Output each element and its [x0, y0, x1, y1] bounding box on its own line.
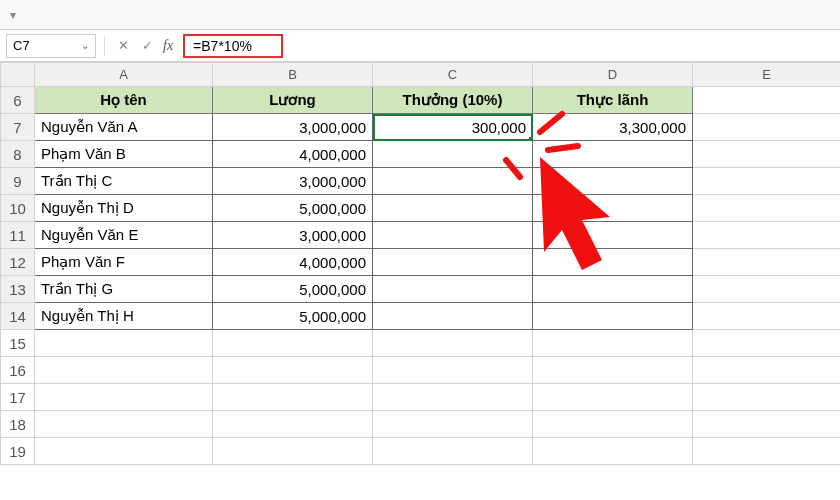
row-header-15[interactable]: 15 — [1, 330, 35, 357]
header-salary[interactable]: Lương — [213, 87, 373, 114]
header-net[interactable]: Thực lãnh — [533, 87, 693, 114]
cell-E8[interactable] — [693, 141, 841, 168]
cell-A18[interactable] — [35, 411, 213, 438]
cell-C15[interactable] — [373, 330, 533, 357]
formula-input[interactable]: =B7*10% — [183, 34, 283, 58]
cell-B11[interactable]: 3,000,000 — [213, 222, 373, 249]
cell-C9[interactable] — [373, 168, 533, 195]
cell-A14[interactable]: Nguyễn Thị H — [35, 303, 213, 330]
row-header-17[interactable]: 17 — [1, 384, 35, 411]
cell-A11[interactable]: Nguyễn Văn E — [35, 222, 213, 249]
cell-C17[interactable] — [373, 384, 533, 411]
cell-B7[interactable]: 3,000,000 — [213, 114, 373, 141]
row-header-18[interactable]: 18 — [1, 411, 35, 438]
cell-B16[interactable] — [213, 357, 373, 384]
cell-A7[interactable]: Nguyễn Văn A — [35, 114, 213, 141]
cell-D7[interactable]: 3,300,000 — [533, 114, 693, 141]
cell-C12[interactable] — [373, 249, 533, 276]
col-header-B[interactable]: B — [213, 63, 373, 87]
col-header-D[interactable]: D — [533, 63, 693, 87]
cell-A8[interactable]: Phạm Văn B — [35, 141, 213, 168]
row-header-14[interactable]: 14 — [1, 303, 35, 330]
cell-B14[interactable]: 5,000,000 — [213, 303, 373, 330]
cell-D12[interactable] — [533, 249, 693, 276]
cell-A9[interactable]: Trần Thị C — [35, 168, 213, 195]
ribbon-dropdown-icon[interactable]: ▾ — [10, 8, 16, 22]
row-header-7[interactable]: 7 — [1, 114, 35, 141]
row-header-9[interactable]: 9 — [1, 168, 35, 195]
cell-D13[interactable] — [533, 276, 693, 303]
cell-C16[interactable] — [373, 357, 533, 384]
cell-C18[interactable] — [373, 411, 533, 438]
cell-D16[interactable] — [533, 357, 693, 384]
cell-D10[interactable] — [533, 195, 693, 222]
row-header-12[interactable]: 12 — [1, 249, 35, 276]
col-header-C[interactable]: C — [373, 63, 533, 87]
row-header-6[interactable]: 6 — [1, 87, 35, 114]
row-header-10[interactable]: 10 — [1, 195, 35, 222]
col-header-A[interactable]: A — [35, 63, 213, 87]
header-bonus[interactable]: Thưởng (10%) — [373, 87, 533, 114]
cell-C10[interactable] — [373, 195, 533, 222]
cell-D9[interactable] — [533, 168, 693, 195]
cell-B18[interactable] — [213, 411, 373, 438]
row-header-16[interactable]: 16 — [1, 357, 35, 384]
cell-D15[interactable] — [533, 330, 693, 357]
cell-B13[interactable]: 5,000,000 — [213, 276, 373, 303]
cell-C11[interactable] — [373, 222, 533, 249]
cell-B15[interactable] — [213, 330, 373, 357]
cell-D14[interactable] — [533, 303, 693, 330]
spreadsheet-grid[interactable]: A B C D E 6 Họ tên Lương Thưởng (10%) Th… — [0, 62, 840, 465]
cell-A16[interactable] — [35, 357, 213, 384]
cell-C19[interactable] — [373, 438, 533, 465]
cell-D17[interactable] — [533, 384, 693, 411]
cell-B8[interactable]: 4,000,000 — [213, 141, 373, 168]
cell-E10[interactable] — [693, 195, 841, 222]
cell-A19[interactable] — [35, 438, 213, 465]
cell-A17[interactable] — [35, 384, 213, 411]
fill-handle[interactable] — [529, 137, 533, 141]
cell-B10[interactable]: 5,000,000 — [213, 195, 373, 222]
cell-A10[interactable]: Nguyễn Thị D — [35, 195, 213, 222]
cell-A12[interactable]: Phạm Văn F — [35, 249, 213, 276]
chevron-down-icon[interactable]: ⌄ — [81, 40, 89, 51]
name-box[interactable]: C7 ⌄ — [6, 34, 96, 58]
cell-C14[interactable] — [373, 303, 533, 330]
row-header-11[interactable]: 11 — [1, 222, 35, 249]
row-header-13[interactable]: 13 — [1, 276, 35, 303]
cell-E6[interactable] — [693, 87, 841, 114]
cell-B19[interactable] — [213, 438, 373, 465]
cell-C7[interactable]: 300,000 — [373, 114, 533, 141]
cell-D11[interactable] — [533, 222, 693, 249]
cell-C13[interactable] — [373, 276, 533, 303]
cell-E15[interactable] — [693, 330, 841, 357]
cell-E19[interactable] — [693, 438, 841, 465]
cell-D18[interactable] — [533, 411, 693, 438]
row-7: 7 Nguyễn Văn A 3,000,000 300,000 3,300,0… — [1, 114, 841, 141]
cell-E14[interactable] — [693, 303, 841, 330]
row-header-8[interactable]: 8 — [1, 141, 35, 168]
cancel-formula-button[interactable]: ✕ — [113, 36, 133, 56]
cell-D19[interactable] — [533, 438, 693, 465]
cell-E11[interactable] — [693, 222, 841, 249]
cell-A15[interactable] — [35, 330, 213, 357]
cell-B17[interactable] — [213, 384, 373, 411]
cell-E9[interactable] — [693, 168, 841, 195]
cell-E12[interactable] — [693, 249, 841, 276]
cell-E7[interactable] — [693, 114, 841, 141]
cell-E16[interactable] — [693, 357, 841, 384]
select-all-corner[interactable] — [1, 63, 35, 87]
cell-E13[interactable] — [693, 276, 841, 303]
cell-E18[interactable] — [693, 411, 841, 438]
cell-E17[interactable] — [693, 384, 841, 411]
cell-C8[interactable] — [373, 141, 533, 168]
cell-B12[interactable]: 4,000,000 — [213, 249, 373, 276]
header-name[interactable]: Họ tên — [35, 87, 213, 114]
cell-D8[interactable] — [533, 141, 693, 168]
cell-B9[interactable]: 3,000,000 — [213, 168, 373, 195]
row-header-19[interactable]: 19 — [1, 438, 35, 465]
cell-A13[interactable]: Trần Thị G — [35, 276, 213, 303]
col-header-E[interactable]: E — [693, 63, 841, 87]
fx-icon[interactable]: fx — [163, 38, 173, 54]
confirm-formula-button[interactable]: ✓ — [137, 36, 157, 56]
